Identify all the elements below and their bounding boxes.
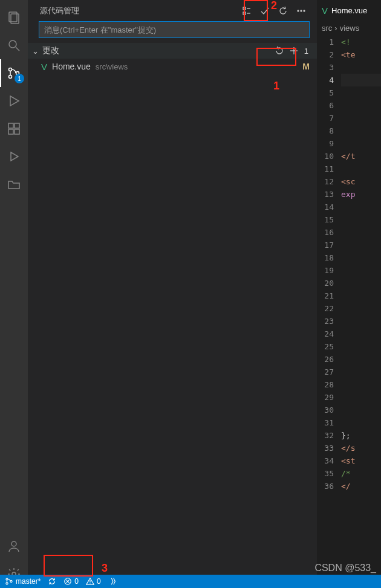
vue-file-icon: V [322,5,328,16]
file-name: Home.vue [52,62,91,71]
search-icon[interactable] [0,31,28,59]
svg-rect-15 [243,7,246,10]
svg-point-25 [6,583,8,584]
changes-section[interactable]: ⌄ 更改 1 [28,43,317,59]
editor-pane: V Home.vue src › views 12345678910111213… [317,0,381,588]
errors-indicator[interactable]: 0 [63,577,79,586]
svg-rect-10 [8,129,13,134]
svg-line-3 [16,47,19,51]
editor-body[interactable]: 1234567891011121314151617181920212223242… [317,34,381,588]
line-gutter: 1234567891011121314151617181920212223242… [317,34,341,588]
file-status-badge: M [302,62,310,71]
account-icon[interactable] [0,532,28,560]
svg-point-21 [304,10,305,11]
svg-point-26 [10,580,12,582]
view-tree-icon[interactable] [241,5,253,17]
svg-point-4 [9,68,12,71]
svg-point-24 [6,578,8,580]
extensions-icon[interactable] [0,115,28,143]
commit-check-icon[interactable] [259,5,271,17]
editor-tab[interactable]: V Home.vue [317,0,381,21]
run-debug-icon[interactable] [0,87,28,115]
file-path: src\views [96,62,128,71]
changed-file-row[interactable]: V Home.vue src\views M [28,59,317,74]
scm-panel: 源代码管理 ⌄ 更改 [28,0,317,588]
svg-point-20 [301,10,302,11]
live-server-icon[interactable] [108,577,117,586]
chevron-down-icon: ⌄ [30,47,40,56]
watermark: CSDN @533_ [314,563,376,573]
folder-icon[interactable] [0,170,28,198]
activity-bar: 1 1 [0,0,28,588]
status-bar: master* 0 0 [0,575,381,588]
svg-rect-9 [15,123,19,128]
panel-title: 源代码管理 [40,5,241,16]
svg-rect-11 [15,129,19,134]
warnings-indicator[interactable]: 0 [86,577,101,586]
breadcrumb[interactable]: src › views [317,21,381,34]
refresh-icon[interactable] [277,5,289,17]
svg-marker-7 [10,96,19,106]
branch-indicator[interactable]: master* [5,577,41,586]
changes-count: 1 [302,47,311,56]
scm-badge: 1 [15,74,24,83]
discard-icon[interactable] [273,44,286,57]
more-icon[interactable] [295,5,307,17]
svg-point-19 [298,10,299,11]
commit-message-input[interactable] [39,21,310,38]
remote-play-icon[interactable] [0,143,28,170]
stage-all-icon[interactable] [287,44,301,57]
source-control-icon[interactable]: 1 [0,59,28,87]
changes-label: 更改 [42,45,273,56]
svg-point-5 [9,76,12,79]
tab-label: Home.vue [331,6,367,15]
explorer-icon[interactable] [0,4,28,31]
vue-file-icon: V [41,62,47,72]
svg-point-13 [11,541,16,546]
code-area[interactable]: <!<te</t<scexp};</s<st/*</ [341,34,381,588]
svg-rect-8 [8,123,13,128]
panel-header: 源代码管理 [28,0,317,21]
sync-button[interactable] [48,577,56,586]
svg-point-2 [9,40,16,48]
svg-rect-16 [243,12,246,15]
svg-marker-12 [11,152,18,161]
